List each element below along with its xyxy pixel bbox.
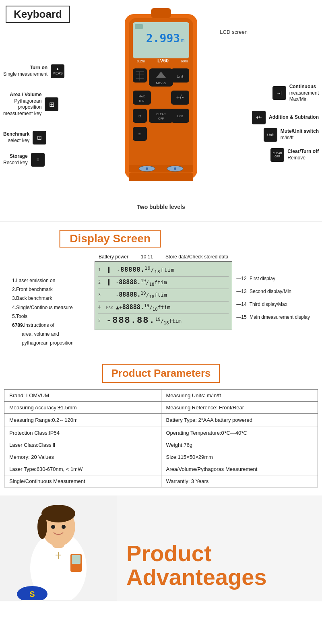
table-row: Measuring Range:0.2～120mBattery Type: 2*… [4, 413, 318, 427]
svg-rect-51 [72, 555, 80, 564]
left-label-area: Area / Volume Pythagoreanpropositionmeas… [3, 92, 58, 117]
right-label-addition: +/- Addition & Subtration [252, 111, 319, 124]
product-parameters-title: Product Parameters [102, 364, 219, 383]
screen-row-4: 4 MAX ▲+88888.19/18ftim [98, 301, 229, 314]
lcd-label: LCD screen [220, 29, 248, 35]
svg-rect-2 [151, 8, 171, 18]
svg-text:+/-: +/- [176, 94, 184, 101]
left-label-storage: Storage Record key ≡ [3, 153, 45, 167]
keyboard-section: Keyboard LCD screen 2.993 m [0, 0, 322, 221]
screen-row-5: 5 -888.88.19/18ftim [98, 314, 229, 327]
svg-rect-34 [129, 165, 193, 172]
table-row: Laser Class:Class ⅡWeight:76g [4, 439, 318, 451]
svg-point-47 [62, 525, 66, 529]
advantages-title: Product Advanteages [126, 542, 312, 589]
table-row: Brand: LOMVUMMeasuring Units: m/in/ft [4, 389, 318, 401]
device-svg: 2.993 m 0.2m LV60 60m MEAS MAX MIN +/- [121, 6, 201, 188]
svg-point-37 [146, 167, 148, 170]
display-diagram: 1.Laser emission on 2.Front benchmark 3.… [12, 254, 310, 348]
svg-point-46 [51, 525, 55, 529]
svg-rect-39 [129, 173, 193, 181]
svg-point-45 [37, 515, 47, 539]
svg-text:S: S [29, 590, 35, 599]
screen-row-2: 2 ▐ -88888.19/18ftim [98, 277, 229, 289]
parameters-table: Brand: LOMVUMMeasuring Units: m/in/ftMea… [4, 389, 318, 487]
right-label-continuous: →| Continuous measurement Max/Min [272, 84, 319, 103]
display-right-labels: —12 First display —13 Second display/Min… [236, 254, 310, 348]
screen-row-3: 3 -88888.19/18ftim [98, 289, 229, 301]
display-screen-area: Battery power 10 11 Store data/Check sto… [95, 254, 232, 348]
table-row: Protection Class:IP54Operating Temperatu… [4, 427, 318, 439]
svg-text:Unit: Unit [177, 114, 183, 118]
right-label-mute: Unit Mute/Unit switch m/in/ft [264, 128, 319, 142]
svg-point-38 [174, 167, 176, 170]
svg-text:MAX: MAX [138, 95, 145, 98]
bubble-levels-label: Two bubble levels [137, 204, 185, 210]
svg-text:MIN: MIN [139, 99, 144, 102]
person-area: S Super Man [0, 495, 117, 601]
display-left-labels: 1.Laser emission on 2.Front benchmark 3.… [12, 254, 91, 348]
screen-display: 1 ▐ -88888.19/18ftim 2 ▐ -88888.19/18fti… [95, 261, 232, 330]
svg-rect-27 [149, 109, 173, 123]
table-row: Single/Continuous MeasurementWarrantly: … [4, 475, 318, 487]
table-row: Measuring Accuracy:±1.5mmMeasuring Refer… [4, 401, 318, 413]
svg-text:≡: ≡ [138, 132, 141, 136]
svg-text:m: m [181, 37, 184, 43]
svg-point-44 [41, 505, 75, 522]
display-screen-section: Display Screen 1.Laser emission on 2.Fro… [0, 221, 322, 356]
battery-store-row: Battery power 10 11 Store data/Check sto… [95, 254, 232, 260]
svg-text:CLEAR: CLEAR [156, 113, 165, 116]
device-diagram: LCD screen 2.993 m 0.2m LV60 60m [0, 4, 322, 217]
advantages-text: Product Advanteages [117, 530, 322, 601]
left-label-benchmark: Benchmark select key ⊡ [3, 131, 46, 144]
right-label-clear: CLEAROFF Clear/Turn off Remove [270, 148, 319, 162]
left-label-meas: Turn on Single measurement ▲MEAS [3, 64, 64, 78]
svg-rect-6 [135, 24, 143, 29]
svg-text:⊡: ⊡ [138, 114, 141, 118]
svg-text:Unit: Unit [177, 74, 184, 78]
product-advantages-section: S Super Man Product Advanteages [0, 495, 322, 601]
svg-text:MEAS: MEAS [156, 81, 166, 85]
svg-text:2.993: 2.993 [146, 32, 180, 45]
screen-row-1: 1 ▐ -88888.19/18ftim [98, 264, 229, 277]
product-parameters-section: Product Parameters Brand: LOMVUMMeasurin… [0, 356, 322, 495]
table-row: Laser Type:630-670nm, < 1mWArea/Volume/P… [4, 463, 318, 475]
table-row: Memory: 20 ValuesSize:115×50×29mm [4, 451, 318, 463]
svg-text:OFF: OFF [158, 117, 164, 120]
display-screen-title: Display Screen [59, 230, 161, 248]
svg-text:60m: 60m [181, 59, 188, 63]
svg-text:LV60: LV60 [157, 58, 169, 64]
svg-text:0.2m: 0.2m [137, 59, 145, 63]
